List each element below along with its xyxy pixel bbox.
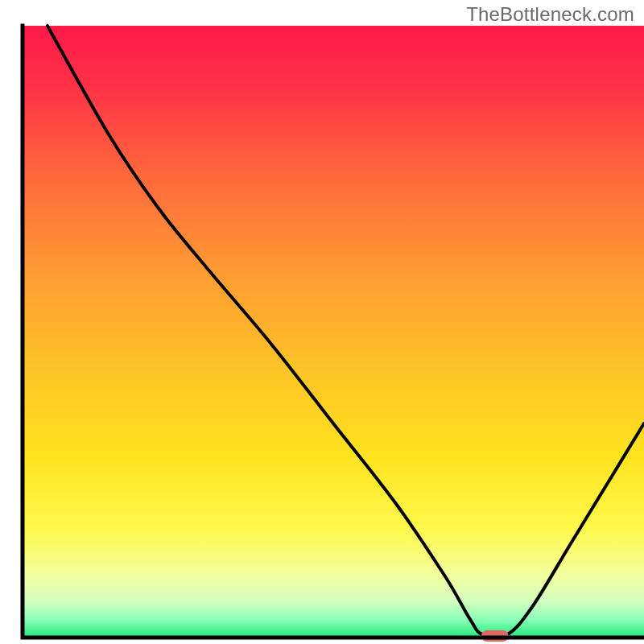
- chart-background: [23, 26, 644, 638]
- watermark-text: TheBottleneck.com: [466, 3, 634, 26]
- chart-container: TheBottleneck.com: [0, 0, 644, 644]
- bottleneck-chart: [0, 0, 644, 644]
